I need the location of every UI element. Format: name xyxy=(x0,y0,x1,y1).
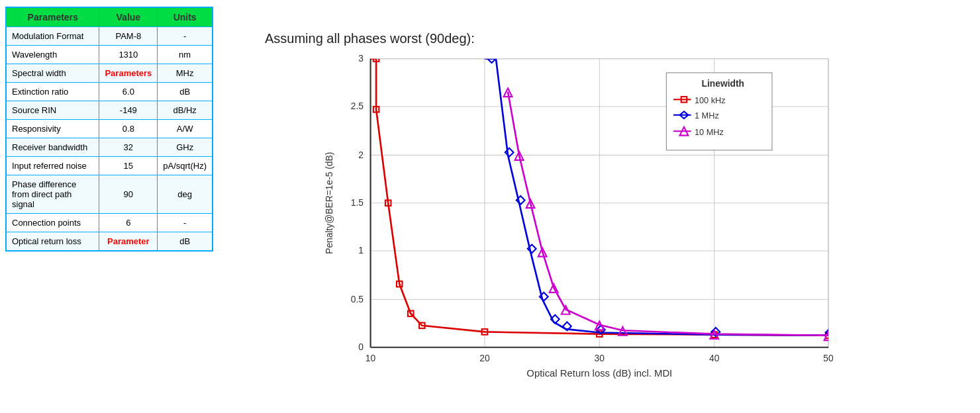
value-cell: 90 xyxy=(99,175,158,214)
value-cell: 6 xyxy=(99,214,158,232)
table-row: Modulation FormatPAM-8- xyxy=(6,27,213,46)
x-tick: 40 xyxy=(709,353,720,363)
param-cell: Source RIN xyxy=(6,101,99,120)
units-cell: - xyxy=(158,27,213,46)
value-cell: 15 xyxy=(99,157,158,175)
value-cell: 32 xyxy=(99,138,158,157)
y-tick: 3 xyxy=(358,52,364,63)
col-header-units: Units xyxy=(158,7,213,27)
table-row: Receiver bandwidth32GHz xyxy=(6,138,213,157)
units-cell: dB xyxy=(158,232,213,252)
parameters-table-section: Parameters Value Units Modulation Format… xyxy=(0,0,219,413)
param-cell: Extinction ratio xyxy=(6,83,99,101)
value-cell: PAM-8 xyxy=(99,27,158,46)
value-cell: -149 xyxy=(99,101,158,120)
units-cell: nm xyxy=(158,46,213,64)
table-row: Input referred noise15pA/sqrt(Hz) xyxy=(6,157,213,175)
units-cell: pA/sqrt(Hz) xyxy=(158,157,213,175)
value-cell: 0.8 xyxy=(99,120,158,138)
table-row: Wavelength1310nm xyxy=(6,46,213,64)
parameters-table: Parameters Value Units Modulation Format… xyxy=(5,7,213,252)
units-cell: dB xyxy=(158,83,213,101)
col-header-parameters: Parameters xyxy=(6,7,99,27)
y-tick: 2 xyxy=(358,149,364,160)
y-tick: 0 xyxy=(358,342,364,352)
value-cell[interactable]: Parameters xyxy=(99,64,158,83)
table-row: Optical return lossParameterdB xyxy=(6,232,213,252)
param-cell: Wavelength xyxy=(6,46,99,64)
x-axis-label: Optical Return loss (dB) incl. MDI xyxy=(526,368,672,379)
table-row: Extinction ratio6.0dB xyxy=(6,83,213,101)
col-header-value: Value xyxy=(99,7,158,27)
legend-magenta-label: 10 MHz xyxy=(695,126,724,136)
x-tick: 30 xyxy=(595,353,605,363)
chart-svg: 10 20 30 40 50 0 0.5 1 1.5 2 2.5 3 Optic… xyxy=(298,52,894,383)
param-cell: Responsivity xyxy=(6,120,99,138)
units-cell: GHz xyxy=(158,138,213,157)
chart-title: Assuming all phases worst (90deg): xyxy=(265,31,475,46)
y-tick: 0.5 xyxy=(351,293,364,304)
legend-red-label: 100 kHz xyxy=(695,95,726,105)
param-cell: Receiver bandwidth xyxy=(6,138,99,157)
units-cell: deg xyxy=(158,175,213,214)
param-cell: Connection points xyxy=(6,214,99,232)
value-cell: 1310 xyxy=(99,46,158,64)
units-cell: - xyxy=(158,214,213,232)
table-row: Responsivity0.8A/W xyxy=(6,120,213,138)
table-row: Source RIN-149dB/Hz xyxy=(6,101,213,120)
x-tick: 20 xyxy=(479,353,490,363)
value-cell[interactable]: Parameter xyxy=(99,232,158,252)
value-cell: 6.0 xyxy=(99,83,158,101)
table-row: Phase difference from direct path signal… xyxy=(6,175,213,214)
param-cell: Modulation Format xyxy=(6,27,99,46)
y-tick: 1.5 xyxy=(351,197,364,207)
chart-section: Assuming all phases worst (90deg): xyxy=(219,0,980,413)
y-tick: 2.5 xyxy=(351,101,364,111)
param-cell: Input referred noise xyxy=(6,157,99,175)
units-cell: A/W xyxy=(158,120,213,138)
legend-title: Linewidth xyxy=(702,78,744,89)
param-cell: Phase difference from direct path signal xyxy=(6,175,99,214)
table-row: Connection points6- xyxy=(6,214,213,232)
param-cell: Optical return loss xyxy=(6,232,99,252)
legend-blue-label: 1 MHz xyxy=(695,111,719,120)
units-cell: MHz xyxy=(158,64,213,83)
param-cell: Spectral width xyxy=(6,64,99,83)
chart-container: 10 20 30 40 50 0 0.5 1 1.5 2 2.5 3 Optic… xyxy=(298,52,894,383)
units-cell: dB/Hz xyxy=(158,101,213,120)
x-tick: 10 xyxy=(366,353,376,363)
y-axis-label: Penalty@BER=1e-5 (dB) xyxy=(324,152,334,253)
y-tick: 1 xyxy=(358,245,364,255)
table-row: Spectral widthParametersMHz xyxy=(6,64,213,83)
x-tick: 50 xyxy=(823,353,834,363)
